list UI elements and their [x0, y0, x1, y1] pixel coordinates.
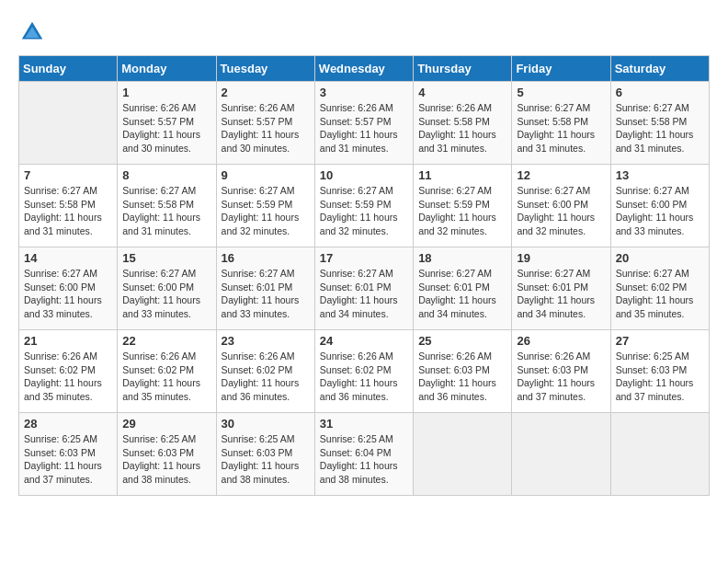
day-number: 13 — [616, 168, 704, 182]
day-cell: 30Sunrise: 6:25 AM Sunset: 6:03 PM Dayli… — [216, 413, 314, 496]
day-number: 10 — [320, 168, 408, 182]
day-info: Sunrise: 6:25 AM Sunset: 6:03 PM Dayligh… — [24, 432, 112, 487]
day-number: 22 — [122, 334, 210, 348]
day-info: Sunrise: 6:27 AM Sunset: 6:02 PM Dayligh… — [616, 267, 704, 321]
day-cell: 21Sunrise: 6:26 AM Sunset: 6:02 PM Dayli… — [19, 330, 118, 413]
day-info: Sunrise: 6:25 AM Sunset: 6:03 PM Dayligh… — [122, 432, 210, 487]
header-monday: Monday — [118, 56, 216, 82]
day-info: Sunrise: 6:25 AM Sunset: 6:04 PM Dayligh… — [320, 432, 408, 487]
day-number: 14 — [24, 251, 112, 265]
day-number: 27 — [616, 334, 704, 348]
day-number: 24 — [320, 334, 408, 348]
day-cell: 14Sunrise: 6:27 AM Sunset: 6:00 PM Dayli… — [19, 247, 118, 330]
day-cell: 26Sunrise: 6:26 AM Sunset: 6:03 PM Dayli… — [512, 330, 610, 413]
day-info: Sunrise: 6:27 AM Sunset: 6:00 PM Dayligh… — [24, 267, 112, 321]
header-tuesday: Tuesday — [216, 56, 314, 82]
day-info: Sunrise: 6:27 AM Sunset: 6:01 PM Dayligh… — [320, 267, 408, 321]
day-cell: 19Sunrise: 6:27 AM Sunset: 6:01 PM Dayli… — [512, 247, 610, 330]
day-cell — [610, 413, 709, 496]
day-number: 2 — [222, 86, 310, 99]
day-info: Sunrise: 6:27 AM Sunset: 5:59 PM Dayligh… — [418, 184, 506, 238]
day-info: Sunrise: 6:26 AM Sunset: 6:02 PM Dayligh… — [222, 350, 310, 404]
day-number: 11 — [418, 168, 506, 182]
day-info: Sunrise: 6:26 AM Sunset: 5:58 PM Dayligh… — [418, 101, 506, 155]
day-info: Sunrise: 6:27 AM Sunset: 6:00 PM Dayligh… — [122, 267, 210, 321]
day-number: 8 — [122, 168, 210, 182]
day-number: 26 — [517, 334, 605, 348]
day-cell: 11Sunrise: 6:27 AM Sunset: 5:59 PM Dayli… — [414, 165, 512, 247]
day-info: Sunrise: 6:26 AM Sunset: 6:03 PM Dayligh… — [517, 350, 605, 404]
day-info: Sunrise: 6:27 AM Sunset: 6:01 PM Dayligh… — [222, 267, 310, 321]
header-saturday: Saturday — [610, 56, 709, 82]
day-cell: 6Sunrise: 6:27 AM Sunset: 5:58 PM Daylig… — [610, 82, 709, 165]
day-info: Sunrise: 6:27 AM Sunset: 5:58 PM Dayligh… — [517, 101, 605, 155]
day-number: 19 — [517, 251, 605, 265]
week-row-3: 14Sunrise: 6:27 AM Sunset: 6:00 PM Dayli… — [19, 247, 710, 330]
calendar-header-row: SundayMondayTuesdayWednesdayThursdayFrid… — [19, 56, 710, 82]
header-sunday: Sunday — [19, 56, 118, 82]
day-info: Sunrise: 6:27 AM Sunset: 6:01 PM Dayligh… — [418, 267, 506, 321]
day-info: Sunrise: 6:26 AM Sunset: 6:03 PM Dayligh… — [418, 350, 506, 404]
day-cell: 24Sunrise: 6:26 AM Sunset: 6:02 PM Dayli… — [314, 330, 413, 413]
day-cell: 22Sunrise: 6:26 AM Sunset: 6:02 PM Dayli… — [118, 330, 216, 413]
day-cell: 29Sunrise: 6:25 AM Sunset: 6:03 PM Dayli… — [118, 413, 216, 496]
day-info: Sunrise: 6:26 AM Sunset: 6:02 PM Dayligh… — [122, 350, 210, 404]
day-cell: 9Sunrise: 6:27 AM Sunset: 5:59 PM Daylig… — [216, 165, 314, 247]
day-number: 20 — [616, 251, 704, 265]
week-row-1: 1Sunrise: 6:26 AM Sunset: 5:57 PM Daylig… — [19, 82, 710, 165]
day-info: Sunrise: 6:26 AM Sunset: 6:02 PM Dayligh… — [320, 350, 408, 404]
day-cell: 20Sunrise: 6:27 AM Sunset: 6:02 PM Dayli… — [610, 247, 709, 330]
day-info: Sunrise: 6:26 AM Sunset: 5:57 PM Dayligh… — [122, 101, 210, 155]
day-cell: 31Sunrise: 6:25 AM Sunset: 6:04 PM Dayli… — [314, 413, 413, 496]
day-number: 29 — [122, 417, 210, 431]
day-cell: 10Sunrise: 6:27 AM Sunset: 5:59 PM Dayli… — [314, 165, 413, 247]
day-cell — [414, 413, 512, 496]
day-info: Sunrise: 6:27 AM Sunset: 5:59 PM Dayligh… — [222, 184, 310, 238]
day-info: Sunrise: 6:27 AM Sunset: 5:58 PM Dayligh… — [616, 101, 704, 155]
day-info: Sunrise: 6:26 AM Sunset: 5:57 PM Dayligh… — [222, 101, 310, 155]
week-row-5: 28Sunrise: 6:25 AM Sunset: 6:03 PM Dayli… — [19, 413, 710, 496]
day-cell: 2Sunrise: 6:26 AM Sunset: 5:57 PM Daylig… — [216, 82, 314, 165]
day-cell: 13Sunrise: 6:27 AM Sunset: 6:00 PM Dayli… — [610, 165, 709, 247]
day-cell: 23Sunrise: 6:26 AM Sunset: 6:02 PM Dayli… — [216, 330, 314, 413]
logo — [18, 18, 48, 46]
day-number: 15 — [122, 251, 210, 265]
day-number: 28 — [24, 417, 112, 431]
day-cell: 7Sunrise: 6:27 AM Sunset: 5:58 PM Daylig… — [19, 165, 118, 247]
calendar-table: SundayMondayTuesdayWednesdayThursdayFrid… — [18, 55, 710, 496]
day-number: 5 — [517, 86, 605, 99]
day-info: Sunrise: 6:26 AM Sunset: 5:57 PM Dayligh… — [320, 101, 408, 155]
day-cell: 16Sunrise: 6:27 AM Sunset: 6:01 PM Dayli… — [216, 247, 314, 330]
day-number: 6 — [616, 86, 704, 99]
day-cell: 25Sunrise: 6:26 AM Sunset: 6:03 PM Dayli… — [414, 330, 512, 413]
day-cell: 12Sunrise: 6:27 AM Sunset: 6:00 PM Dayli… — [512, 165, 610, 247]
day-cell: 27Sunrise: 6:25 AM Sunset: 6:03 PM Dayli… — [610, 330, 709, 413]
day-number: 23 — [222, 334, 310, 348]
day-number: 18 — [418, 251, 506, 265]
day-number: 9 — [222, 168, 310, 182]
day-info: Sunrise: 6:27 AM Sunset: 6:01 PM Dayligh… — [517, 267, 605, 321]
day-cell: 28Sunrise: 6:25 AM Sunset: 6:03 PM Dayli… — [19, 413, 118, 496]
day-number: 12 — [517, 168, 605, 182]
day-cell: 18Sunrise: 6:27 AM Sunset: 6:01 PM Dayli… — [414, 247, 512, 330]
day-cell — [512, 413, 610, 496]
header-wednesday: Wednesday — [314, 56, 413, 82]
day-info: Sunrise: 6:27 AM Sunset: 5:59 PM Dayligh… — [320, 184, 408, 238]
day-info: Sunrise: 6:27 AM Sunset: 5:58 PM Dayligh… — [122, 184, 210, 238]
day-cell: 4Sunrise: 6:26 AM Sunset: 5:58 PM Daylig… — [414, 82, 512, 165]
header-friday: Friday — [512, 56, 610, 82]
day-cell: 1Sunrise: 6:26 AM Sunset: 5:57 PM Daylig… — [118, 82, 216, 165]
page-header — [18, 18, 710, 46]
day-info: Sunrise: 6:27 AM Sunset: 5:58 PM Dayligh… — [24, 184, 112, 238]
day-cell: 8Sunrise: 6:27 AM Sunset: 5:58 PM Daylig… — [118, 165, 216, 247]
day-number: 3 — [320, 86, 408, 99]
day-number: 4 — [418, 86, 506, 99]
day-number: 25 — [418, 334, 506, 348]
day-info: Sunrise: 6:27 AM Sunset: 6:00 PM Dayligh… — [616, 184, 704, 238]
day-cell: 5Sunrise: 6:27 AM Sunset: 5:58 PM Daylig… — [512, 82, 610, 165]
week-row-4: 21Sunrise: 6:26 AM Sunset: 6:02 PM Dayli… — [19, 330, 710, 413]
day-number: 16 — [222, 251, 310, 265]
day-number: 21 — [24, 334, 112, 348]
day-cell: 15Sunrise: 6:27 AM Sunset: 6:00 PM Dayli… — [118, 247, 216, 330]
day-info: Sunrise: 6:25 AM Sunset: 6:03 PM Dayligh… — [616, 350, 704, 404]
